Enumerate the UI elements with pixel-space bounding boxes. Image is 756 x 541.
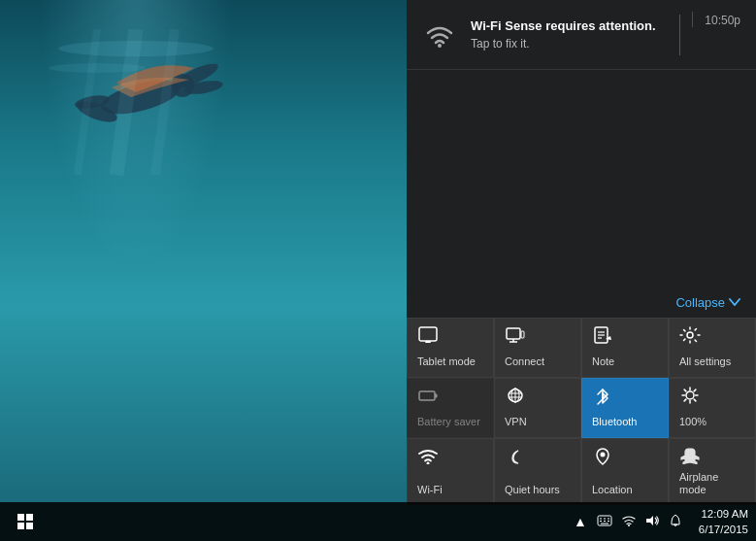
- all-settings-icon: [679, 326, 701, 347]
- clock-time: 12:09 AM: [701, 506, 748, 522]
- note-icon: [592, 326, 613, 347]
- notification-title: Wi-Fi Sense requires attention.: [471, 18, 675, 35]
- tile-airplane-mode[interactable]: Airplane mode: [669, 438, 756, 505]
- connect-icon: [505, 326, 526, 347]
- battery-saver-icon: [417, 387, 439, 407]
- swimmer-illustration: [39, 29, 233, 185]
- tile-vpn-label: VPN: [505, 416, 527, 428]
- notification-subtitle: Tap to fix it.: [471, 37, 675, 51]
- collapse-area: Collapse: [407, 70, 756, 318]
- notification-item[interactable]: Wi-Fi Sense requires attention. Tap to f…: [407, 0, 756, 70]
- tile-location-label: Location: [592, 484, 633, 496]
- svg-point-22: [687, 332, 693, 338]
- airplane-mode-icon: [679, 447, 701, 467]
- wallpaper: [0, 0, 408, 505]
- collapse-button[interactable]: Collapse: [675, 295, 740, 310]
- tile-tablet-mode[interactable]: Tablet mode: [407, 318, 494, 378]
- chevron-down-icon: [729, 298, 740, 306]
- tile-all-settings-label: All settings: [679, 355, 731, 368]
- svg-point-52: [628, 524, 630, 526]
- notification-text: Wi-Fi Sense requires attention. Tap to f…: [471, 18, 675, 51]
- start-icon: [17, 514, 33, 529]
- tile-bluetooth[interactable]: Bluetooth: [581, 378, 669, 438]
- svg-point-11: [438, 44, 442, 48]
- svg-line-37: [684, 399, 686, 401]
- tile-note-label: Note: [592, 355, 614, 368]
- svg-line-36: [694, 389, 696, 391]
- svg-rect-23: [419, 391, 435, 400]
- tile-battery-saver-label: Battery saver: [417, 416, 480, 428]
- tile-tablet-mode-label: Tablet mode: [417, 355, 476, 368]
- location-icon: [592, 447, 613, 469]
- svg-rect-15: [521, 331, 524, 338]
- svg-rect-40: [17, 514, 24, 521]
- svg-marker-53: [646, 516, 653, 525]
- tile-connect[interactable]: Connect: [494, 318, 581, 378]
- tile-bluetooth-label: Bluetooth: [592, 416, 637, 428]
- vpn-icon: [505, 387, 526, 407]
- tray-chevron[interactable]: ▲: [571, 514, 590, 529]
- collapse-label: Collapse: [675, 295, 725, 310]
- tile-note[interactable]: Note: [581, 318, 669, 378]
- tile-vpn[interactable]: VPN: [494, 378, 581, 438]
- tile-all-settings[interactable]: All settings: [669, 318, 756, 378]
- svg-rect-42: [17, 523, 24, 529]
- tray-wifi[interactable]: [619, 514, 639, 529]
- svg-rect-14: [507, 328, 520, 339]
- svg-rect-13: [425, 341, 431, 343]
- clock-date: 6/17/2015: [699, 522, 748, 537]
- system-tray: ▲: [571, 514, 685, 530]
- tile-brightness-label: 100%: [679, 416, 707, 428]
- tray-notifications[interactable]: [666, 514, 685, 530]
- quiet-hours-icon: [505, 447, 526, 467]
- svg-rect-24: [435, 393, 438, 397]
- notif-divider: [679, 15, 680, 55]
- svg-rect-41: [26, 514, 33, 521]
- quick-actions-grid: Tablet mode Connect: [407, 318, 756, 505]
- tile-location[interactable]: Location: [581, 438, 669, 505]
- system-clock[interactable]: 12:09 AM 6/17/2015: [691, 506, 748, 537]
- action-center: Wi-Fi Sense requires attention. Tap to f…: [407, 0, 756, 505]
- tile-wifi[interactable]: Wi-Fi: [407, 438, 494, 505]
- taskbar: ▲: [0, 502, 756, 541]
- brightness-icon: [679, 387, 701, 407]
- tray-volume[interactable]: [642, 514, 662, 529]
- taskbar-right: ▲: [571, 506, 756, 537]
- desktop: Wi-Fi Sense requires attention. Tap to f…: [0, 0, 756, 541]
- tile-battery-saver[interactable]: Battery saver: [407, 378, 494, 438]
- wifi-icon: [417, 447, 439, 467]
- tile-connect-label: Connect: [505, 355, 544, 368]
- tray-keyboard[interactable]: [594, 514, 615, 529]
- notification-time: 10:50p: [692, 12, 740, 27]
- svg-line-35: [694, 399, 696, 401]
- tile-brightness[interactable]: 100%: [669, 378, 756, 438]
- tile-airplane-mode-label: Airplane mode: [679, 471, 745, 496]
- svg-rect-43: [26, 523, 33, 529]
- bluetooth-icon: [592, 387, 613, 409]
- svg-point-38: [427, 461, 430, 464]
- start-button[interactable]: [4, 502, 47, 541]
- svg-point-29: [686, 391, 694, 399]
- tablet-mode-icon: [417, 326, 439, 347]
- taskbar-left: [0, 502, 47, 541]
- svg-line-34: [684, 389, 686, 391]
- wifi-sense-icon: [422, 17, 457, 52]
- tile-quiet-hours[interactable]: Quiet hours: [494, 438, 581, 505]
- tile-quiet-hours-label: Quiet hours: [505, 484, 560, 496]
- svg-point-39: [601, 452, 606, 456]
- svg-rect-12: [419, 327, 437, 341]
- tile-wifi-label: Wi-Fi: [417, 484, 443, 496]
